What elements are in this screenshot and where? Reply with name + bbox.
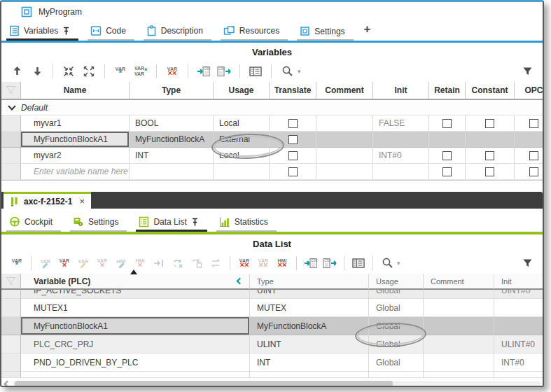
col-header-variable-plc[interactable]: Variable (PLC) <box>21 274 250 290</box>
copy-button[interactable] <box>171 254 185 272</box>
search-dropdown[interactable]: ▾ <box>298 68 301 75</box>
delete-var-button[interactable]: VAR× <box>57 254 71 272</box>
new-variable-input[interactable]: Enter variable name here <box>21 164 130 180</box>
col-header-translate[interactable]: Translate <box>270 82 316 100</box>
cell-usage[interactable]: Global <box>369 299 424 317</box>
cell-comment[interactable] <box>424 299 494 317</box>
cell-type[interactable]: INT <box>250 354 369 372</box>
cell-type[interactable]: INT <box>130 148 214 164</box>
retain-checkbox[interactable] <box>442 119 452 128</box>
cell-name[interactable]: myvar1 <box>21 115 130 132</box>
cell-type[interactable]: BOOL <box>130 115 214 132</box>
close-icon[interactable]: × <box>79 196 85 206</box>
cell-constant[interactable] <box>466 132 515 148</box>
import-csv-button[interactable]: CSV <box>197 62 211 80</box>
delete-all-hmi-button[interactable]: HMI×× <box>275 254 289 272</box>
scroll-left-icon[interactable] <box>4 381 11 387</box>
col-header-retain[interactable]: Retain <box>429 82 466 100</box>
edit-hmi-tag-button[interactable]: HMI <box>114 254 128 272</box>
clear-filter-cell[interactable] <box>1 82 21 100</box>
scroll-up-indicator[interactable] <box>130 270 137 274</box>
cell-usage[interactable]: Local <box>214 148 270 164</box>
cell-opc[interactable] <box>515 148 544 164</box>
cell-init[interactable] <box>494 317 544 335</box>
search-button[interactable] <box>380 254 394 272</box>
cell-type[interactable]: MyFunctionBlockA <box>250 317 369 335</box>
tab-data-list[interactable]: Data List <box>136 214 207 232</box>
collapse-column-icon[interactable] <box>237 278 244 285</box>
filter-button[interactable] <box>520 254 534 272</box>
scrollbar-track[interactable] <box>13 381 540 387</box>
import-csv-button[interactable]: CSV <box>304 254 318 272</box>
cell-usage[interactable]: External <box>214 132 270 148</box>
cell-variable[interactable]: MyFunctionBlockA1 <box>21 317 250 335</box>
constant-checkbox[interactable] <box>485 151 494 160</box>
cell-comment[interactable] <box>316 148 373 164</box>
cell-type[interactable]: MUTEX <box>250 299 369 317</box>
col-header-comment[interactable]: Comment <box>316 82 373 100</box>
col-header-usage[interactable]: Usage <box>369 274 424 290</box>
retain-checkbox[interactable] <box>442 167 452 176</box>
cell-init[interactable] <box>373 132 429 148</box>
cell-comment[interactable] <box>424 317 494 335</box>
delete-all-var-button[interactable]: VAR×× <box>237 254 251 272</box>
collapse-all-button[interactable] <box>62 62 76 80</box>
translate-checkbox[interactable] <box>288 135 298 144</box>
properties-button[interactable] <box>351 254 365 272</box>
cell-usage[interactable]: Global <box>369 354 424 372</box>
col-header-type[interactable]: Type <box>130 82 214 100</box>
cell-usage[interactable]: Local <box>214 115 270 132</box>
link-button[interactable] <box>152 254 166 272</box>
cell-init[interactable]: FALSE <box>373 115 429 132</box>
cell-retain[interactable] <box>429 132 466 148</box>
col-header-name[interactable]: Name <box>21 82 130 100</box>
col-header-comment[interactable]: Comment <box>424 274 494 290</box>
tab-code[interactable]: Code <box>88 23 134 41</box>
tab-resources[interactable]: Resources <box>221 23 288 41</box>
cell-constant[interactable] <box>466 148 515 164</box>
scrollbar-thumb[interactable] <box>15 381 393 387</box>
add-variable-button[interactable]: VAR* <box>10 254 24 272</box>
edit-var-button[interactable]: VAR <box>39 254 53 272</box>
translate-checkbox[interactable] <box>288 151 298 160</box>
cell-variable[interactable]: PLC_CRC_PRJ <box>21 335 250 354</box>
col-header-constant[interactable]: Constant <box>466 82 515 100</box>
cell-init[interactable] <box>494 299 544 317</box>
tab-cockpit[interactable]: Cockpit <box>6 214 61 232</box>
cell-translate[interactable] <box>270 132 316 148</box>
export-csv-button[interactable]: CSV <box>323 254 337 272</box>
tab-description[interactable]: Description <box>144 23 211 41</box>
col-header-init[interactable]: Init <box>494 274 544 290</box>
col-header-type[interactable]: Type <box>250 274 369 290</box>
paste-button[interactable] <box>190 254 204 272</box>
group-row-default[interactable]: Default <box>1 100 544 115</box>
cell-comment[interactable] <box>316 115 373 132</box>
cell-constant[interactable] <box>466 115 515 132</box>
opc-checkbox[interactable] <box>529 151 538 160</box>
edit-var-disabled-button[interactable]: VAR <box>76 254 90 272</box>
cell-translate[interactable] <box>270 148 316 164</box>
pin-icon[interactable] <box>191 218 199 227</box>
constant-checkbox[interactable] <box>485 119 494 128</box>
col-header-usage[interactable]: Usage <box>214 82 270 100</box>
col-header-opc[interactable]: OPC <box>515 82 544 100</box>
horizontal-scrollbar[interactable] <box>1 379 543 387</box>
cell-init[interactable]: ULINT#0 <box>494 335 544 354</box>
tab-controller-settings[interactable]: Settings <box>70 214 127 232</box>
translate-checkbox[interactable] <box>288 119 298 128</box>
opc-checkbox[interactable] <box>529 119 538 128</box>
new-variable-button[interactable]: VAR* <box>113 62 127 80</box>
constant-checkbox[interactable] <box>485 167 494 176</box>
duplicate-variable-button[interactable]: VARVAR * <box>134 62 148 80</box>
cell-type[interactable]: ULINT <box>250 335 369 354</box>
move-up-button[interactable] <box>10 62 24 80</box>
tab-settings[interactable]: Settings <box>297 24 353 41</box>
cell-opc[interactable] <box>515 132 544 148</box>
delete-var-disabled-button[interactable]: VAR× <box>95 254 109 272</box>
retain-checkbox[interactable] <box>442 151 452 160</box>
export-csv-button[interactable]: CSV <box>217 62 231 80</box>
cell-name[interactable]: myvar2 <box>21 148 130 164</box>
add-tab-button[interactable]: + <box>363 22 375 41</box>
tab-variables[interactable]: Variables <box>6 23 78 41</box>
pin-icon[interactable] <box>62 27 70 36</box>
